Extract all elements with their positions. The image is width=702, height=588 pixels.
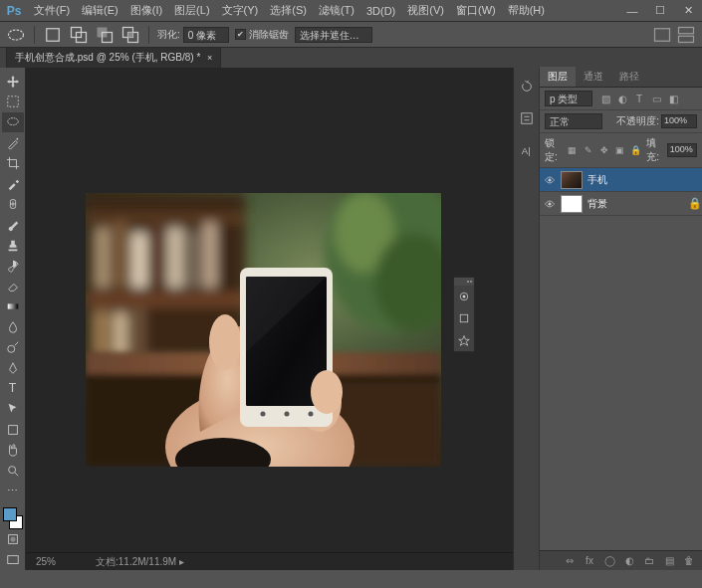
gradient-tool[interactable] xyxy=(2,296,24,316)
properties-panel-icon[interactable] xyxy=(516,107,538,129)
menu-select[interactable]: 选择(S) xyxy=(264,3,313,18)
brush-tool[interactable] xyxy=(2,215,24,235)
filter-pixel-icon[interactable]: ▧ xyxy=(598,92,612,105)
window-maximize[interactable]: ☐ xyxy=(646,0,674,22)
stamp-tool[interactable] xyxy=(2,236,24,256)
svg-point-22 xyxy=(10,537,15,542)
lock-position-icon[interactable]: ✥ xyxy=(597,144,610,157)
new-layer-icon[interactable]: ▤ xyxy=(662,554,676,568)
svg-point-17 xyxy=(7,346,14,353)
menu-file[interactable]: 文件(F) xyxy=(28,3,76,18)
svg-rect-33 xyxy=(203,223,217,288)
menu-help[interactable]: 帮助(H) xyxy=(502,3,551,18)
visibility-eye-icon[interactable] xyxy=(544,174,556,186)
layer-thumbnail[interactable] xyxy=(561,171,583,189)
layer-thumbnail[interactable] xyxy=(561,195,583,213)
menu-image[interactable]: 图像(I) xyxy=(124,3,168,18)
svg-point-53 xyxy=(309,412,314,417)
adjustment-layer-icon[interactable]: ◐ xyxy=(622,554,636,568)
screenmode-tool[interactable] xyxy=(2,550,24,570)
opacity-input[interactable]: 100% xyxy=(661,114,697,128)
zoom-tool[interactable] xyxy=(2,461,24,481)
move-tool[interactable] xyxy=(2,72,24,92)
options-menu-icon[interactable] xyxy=(676,25,696,45)
history-brush-tool[interactable] xyxy=(2,256,24,276)
filter-smart-icon[interactable]: ◧ xyxy=(666,92,680,105)
menu-type[interactable]: 文字(Y) xyxy=(216,3,265,18)
zoom-percentage[interactable]: 25% xyxy=(36,556,76,567)
tab-layers[interactable]: 图层 xyxy=(540,67,576,87)
pen-tool[interactable] xyxy=(2,358,24,378)
document-tab[interactable]: 手机创意合成.psd @ 25% (手机, RGB/8) * × xyxy=(6,47,221,68)
magic-wand-tool[interactable] xyxy=(2,133,24,153)
floating-panel-icon-3[interactable] xyxy=(454,329,474,351)
blur-tool[interactable] xyxy=(2,317,24,337)
tab-channels[interactable]: 通道 xyxy=(576,67,611,87)
selection-add-icon[interactable] xyxy=(69,25,89,45)
group-icon[interactable]: 🗀 xyxy=(642,554,656,568)
history-panel-icon[interactable] xyxy=(516,76,538,98)
layer-item[interactable]: 背景 🔒 xyxy=(540,192,702,216)
fill-input[interactable]: 100% xyxy=(667,143,697,157)
quickmask-tool[interactable] xyxy=(2,530,24,550)
eyedropper-tool[interactable] xyxy=(2,174,24,194)
blend-mode-select[interactable]: 正常 xyxy=(545,113,602,129)
options-extra-icon[interactable] xyxy=(652,25,672,45)
selection-subtract-icon[interactable] xyxy=(95,25,115,45)
select-mask-button[interactable]: 选择并遮住… xyxy=(295,27,372,43)
floating-panel-grip[interactable] xyxy=(454,278,474,286)
layer-item[interactable]: 手机 xyxy=(540,168,702,192)
shape-tool[interactable] xyxy=(2,420,24,440)
document-info[interactable]: 文档:11.2M/11.9M ▸ xyxy=(96,555,184,569)
foreground-color-swatch[interactable] xyxy=(3,507,17,521)
character-panel-icon[interactable]: A| xyxy=(516,139,538,161)
filter-shape-icon[interactable]: ▭ xyxy=(649,92,663,105)
type-tool[interactable]: T xyxy=(2,379,24,399)
healing-tool[interactable] xyxy=(2,194,24,214)
delete-layer-icon[interactable]: 🗑 xyxy=(682,554,696,568)
menu-window[interactable]: 窗口(W) xyxy=(450,3,502,18)
lock-pixels-icon[interactable]: ✎ xyxy=(582,144,594,157)
edit-toolbar-icon[interactable]: ⋯ xyxy=(2,482,24,501)
canvas[interactable] xyxy=(26,68,513,552)
floating-panel-icon-2[interactable] xyxy=(454,307,474,329)
layer-style-icon[interactable]: fx xyxy=(583,554,596,568)
selection-new-icon[interactable] xyxy=(43,25,63,45)
marquee-tool[interactable] xyxy=(2,93,24,112)
lock-artboard-icon[interactable]: ▣ xyxy=(613,144,626,157)
menu-edit[interactable]: 编辑(E) xyxy=(76,3,124,18)
lock-transparency-icon[interactable]: ▦ xyxy=(566,144,579,157)
antialias-checkbox[interactable]: ✔ xyxy=(235,29,246,40)
layer-kind-filter[interactable]: p 类型 xyxy=(545,91,592,106)
visibility-eye-icon[interactable] xyxy=(544,198,556,210)
layer-mask-icon[interactable]: ◯ xyxy=(602,554,616,568)
path-select-tool[interactable] xyxy=(2,399,24,419)
tool-preset-icon[interactable] xyxy=(6,25,26,45)
menu-3d[interactable]: 3D(D) xyxy=(360,5,401,17)
window-minimize[interactable]: — xyxy=(618,0,646,22)
layer-name[interactable]: 背景 xyxy=(587,197,607,211)
floating-panel-icon-1[interactable] xyxy=(454,286,474,307)
window-close[interactable]: ✕ xyxy=(674,0,702,22)
crop-tool[interactable] xyxy=(2,153,24,173)
hand-tool[interactable] xyxy=(2,440,24,460)
lasso-tool[interactable] xyxy=(2,112,24,132)
document-tab-close[interactable]: × xyxy=(207,53,212,63)
info-menu-icon[interactable]: ▸ xyxy=(179,556,184,567)
filter-adjust-icon[interactable]: ◐ xyxy=(615,92,629,105)
menu-filter[interactable]: 滤镜(T) xyxy=(313,3,360,18)
menu-view[interactable]: 视图(V) xyxy=(401,3,450,18)
lock-all-icon[interactable]: 🔒 xyxy=(629,144,642,157)
dodge-tool[interactable] xyxy=(2,338,24,358)
eraser-tool[interactable] xyxy=(2,277,24,296)
feather-input[interactable]: 0 像素 xyxy=(183,27,229,43)
floating-properties-panel[interactable] xyxy=(453,277,475,352)
color-swatches[interactable] xyxy=(3,507,23,529)
svg-rect-11 xyxy=(679,36,694,42)
layer-name[interactable]: 手机 xyxy=(587,173,607,187)
menu-layer[interactable]: 图层(L) xyxy=(168,3,215,18)
selection-intersect-icon[interactable] xyxy=(120,25,140,45)
link-layers-icon[interactable]: ⇔ xyxy=(563,554,577,568)
filter-type-icon[interactable]: T xyxy=(632,92,646,105)
tab-paths[interactable]: 路径 xyxy=(611,67,647,87)
